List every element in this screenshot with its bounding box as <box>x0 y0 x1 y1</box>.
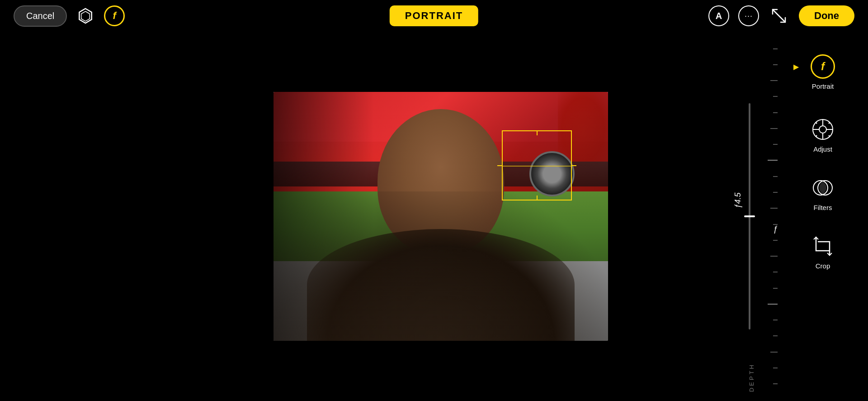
sidebar-item-filters[interactable]: Filters <box>778 171 868 216</box>
tick-13 <box>773 240 778 241</box>
tick-6 <box>770 128 778 129</box>
tick-10 <box>773 192 778 193</box>
adjust-icon <box>811 117 835 142</box>
portrait-f-icon: f <box>811 54 835 79</box>
tick-1 <box>773 48 778 49</box>
tick-4 <box>773 96 778 97</box>
sidebar-item-portrait[interactable]: ▶ f Portrait <box>778 50 868 95</box>
top-bar: Cancel f PORTRAIT A ··· <box>0 0 868 32</box>
right-sidebar: ▶ f Portrait Adjust <box>778 32 868 401</box>
auto-icon[interactable]: A <box>708 5 729 26</box>
svg-point-11 <box>816 123 817 124</box>
portrait-active-arrow: ▶ <box>793 62 799 71</box>
tick-21 <box>773 368 778 368</box>
tick-14 <box>770 256 778 257</box>
tick-5 <box>773 112 778 113</box>
top-bar-left: Cancel f <box>14 5 125 27</box>
tick-22 <box>773 383 778 384</box>
adjust-label: Adjust <box>813 145 832 153</box>
resize-icon[interactable] <box>768 5 790 27</box>
done-button[interactable]: Done <box>799 5 854 26</box>
blur-overlay-fg <box>274 191 608 341</box>
wheel-element <box>529 151 575 196</box>
svg-point-14 <box>829 135 830 137</box>
tick-8 <box>768 160 778 161</box>
tick-9 <box>773 176 778 177</box>
photo-container <box>274 92 608 341</box>
filters-icon <box>811 176 835 200</box>
portrait-mode-button[interactable]: PORTRAIT <box>390 5 478 26</box>
f-aperture-icon[interactable]: f <box>104 5 125 26</box>
depth-ruler <box>762 32 778 401</box>
crop-label: Crop <box>816 262 830 270</box>
aperture-slider-area: ƒ4.5 <box>738 32 761 401</box>
depth-label: DEPTH <box>748 363 755 392</box>
svg-point-13 <box>816 135 817 137</box>
crop-icon <box>811 234 835 258</box>
top-bar-right: A ··· Done <box>708 5 854 27</box>
tick-16 <box>773 288 778 289</box>
photo-scene <box>274 92 608 341</box>
photo-background <box>274 92 608 341</box>
tick-7 <box>773 144 778 145</box>
sidebar-item-adjust[interactable]: Adjust <box>778 113 868 158</box>
tick-3 <box>770 80 778 81</box>
aperture-slider-track[interactable] <box>749 103 750 329</box>
aperture-slider-thumb <box>744 215 755 217</box>
sidebar-item-crop[interactable]: Crop <box>778 229 868 274</box>
a-icon-label: A <box>716 11 722 21</box>
tick-17 <box>768 304 778 305</box>
tick-18 <box>773 320 778 320</box>
svg-line-4 <box>773 10 785 22</box>
tick-11 <box>770 208 778 209</box>
dots-icon-label: ··· <box>745 11 753 21</box>
top-bar-center: PORTRAIT <box>390 5 478 26</box>
settings-icon[interactable] <box>76 6 95 25</box>
f-icon-label: f <box>113 10 116 22</box>
tick-2 <box>773 64 778 65</box>
portrait-label: Portrait <box>812 82 834 90</box>
tick-19 <box>773 335 778 336</box>
tick-20 <box>770 352 778 353</box>
photo-area <box>167 32 714 401</box>
filters-label: Filters <box>814 204 832 211</box>
svg-point-12 <box>829 123 830 124</box>
tick-15 <box>773 272 778 272</box>
svg-point-6 <box>819 126 826 133</box>
more-options-icon[interactable]: ··· <box>738 5 759 26</box>
cancel-button[interactable]: Cancel <box>14 5 67 27</box>
